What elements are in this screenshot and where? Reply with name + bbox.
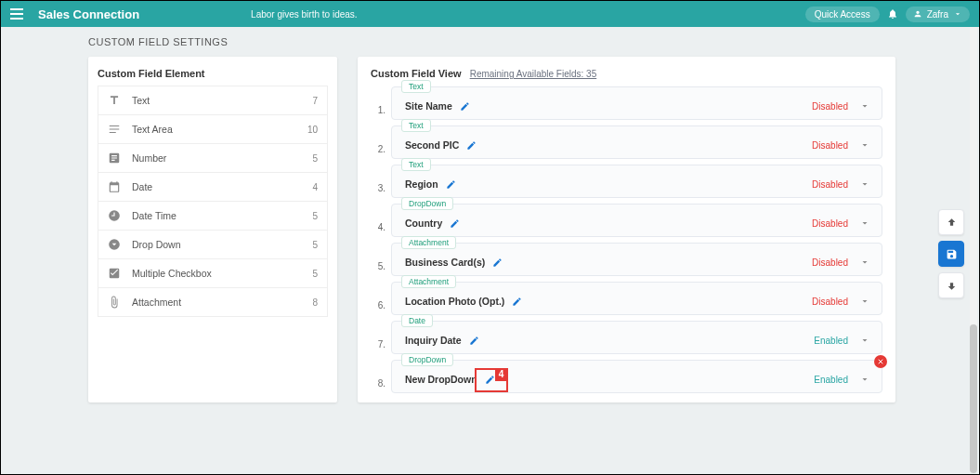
field-number: 7.: [371, 339, 385, 350]
field-card[interactable]: TextSite NameDisabled: [391, 86, 882, 120]
hamburger-menu-icon[interactable]: [10, 6, 27, 22]
custom-field-row: 8.DropDownNew DropDownEnabled: [371, 360, 882, 393]
field-element-row[interactable]: Text7: [98, 86, 328, 115]
checkbox-icon: [108, 267, 121, 280]
side-controls: [938, 209, 964, 298]
vertical-scrollbar[interactable]: [970, 27, 977, 472]
expand-field-icon[interactable]: [859, 374, 870, 385]
custom-field-row: 1.TextSite NameDisabled: [371, 86, 882, 120]
scrollbar-thumb[interactable]: [970, 324, 977, 473]
field-status: Disabled: [812, 218, 848, 229]
textarea-icon: [108, 123, 121, 136]
expand-field-icon[interactable]: [859, 257, 870, 268]
user-name: Zafra: [927, 9, 948, 20]
edit-field-icon[interactable]: [446, 179, 456, 190]
edit-field-icon[interactable]: [485, 375, 495, 385]
edit-field-icon[interactable]: [469, 336, 479, 346]
datetime-icon: [108, 209, 121, 222]
field-type-tag: DropDown: [401, 353, 453, 366]
expand-field-icon[interactable]: [859, 218, 870, 229]
text-icon: [108, 94, 121, 107]
expand-field-icon[interactable]: [859, 296, 870, 307]
field-number: 8.: [371, 378, 385, 389]
field-element-row[interactable]: Multiple Checkbox5: [98, 258, 328, 288]
field-element-row[interactable]: Attachment8: [98, 287, 328, 317]
field-status: Enabled: [814, 336, 848, 346]
field-name-label: Second PIC: [405, 139, 459, 151]
field-type-tag: Attachment: [401, 236, 456, 249]
field-element-label: Drop Down: [132, 239, 181, 250]
field-element-row[interactable]: Date Time5: [98, 201, 328, 231]
user-menu[interactable]: Zafra: [906, 7, 970, 22]
save-button[interactable]: [938, 241, 964, 267]
field-status: Disabled: [812, 179, 848, 190]
edit-field-icon[interactable]: [450, 218, 460, 229]
custom-field-view-panel: Custom Field View Remaining Available Fi…: [358, 57, 895, 402]
field-card[interactable]: DropDownNew DropDownEnabled: [391, 360, 882, 393]
field-element-count: 5: [312, 269, 318, 279]
remaining-fields-link[interactable]: Remaining Available Fields: 35: [470, 69, 597, 79]
move-up-button[interactable]: [938, 209, 964, 235]
field-element-count: 8: [312, 297, 318, 308]
field-number: 6.: [371, 300, 385, 310]
edit-field-icon[interactable]: [512, 297, 522, 307]
date-icon: [108, 180, 121, 193]
page-title: CUSTOM FIELD SETTINGS: [88, 36, 895, 47]
expand-field-icon[interactable]: [859, 100, 870, 112]
field-name-label: Business Card(s): [405, 257, 485, 268]
field-element-row[interactable]: Date4: [98, 172, 328, 202]
field-card[interactable]: TextRegionDisabled: [391, 165, 882, 198]
field-status: Disabled: [812, 101, 848, 112]
field-type-tag: Text: [401, 119, 431, 132]
field-status: Disabled: [812, 297, 848, 307]
field-element-label: Attachment: [132, 297, 181, 308]
tagline-text: Labor gives birth to ideas.: [251, 9, 358, 20]
field-card[interactable]: DropDownCountryDisabled: [391, 204, 882, 237]
field-element-row[interactable]: Drop Down5: [98, 230, 328, 259]
field-element-count: 5: [312, 153, 318, 164]
number-icon: [108, 152, 121, 165]
field-element-row[interactable]: Number5: [98, 143, 328, 173]
field-type-tag: Attachment: [401, 275, 456, 288]
quick-access-button[interactable]: Quick Access: [805, 7, 880, 22]
field-element-count: 10: [307, 125, 318, 135]
field-card[interactable]: AttachmentLocation Photo (Opt.)Disabled: [391, 282, 882, 315]
brand-title: Sales Connection: [38, 7, 139, 21]
expand-field-icon[interactable]: [859, 139, 870, 151]
field-element-count: 7: [312, 96, 318, 106]
expand-field-icon[interactable]: [859, 335, 870, 346]
field-status: Disabled: [812, 257, 848, 268]
custom-field-element-panel: Custom Field Element Text7Text Area10Num…: [88, 57, 337, 402]
expand-field-icon[interactable]: [859, 178, 870, 190]
field-name-label: Region: [405, 178, 438, 190]
field-number: 5.: [371, 261, 385, 271]
field-card[interactable]: TextSecond PICDisabled: [391, 125, 882, 159]
field-element-label: Date: [132, 181, 152, 192]
move-down-button[interactable]: [938, 272, 964, 298]
field-element-count: 5: [312, 240, 318, 250]
field-card[interactable]: DateInquiry DateEnabled: [391, 321, 882, 354]
field-name-label: Location Photo (Opt.): [405, 296, 504, 307]
delete-field-button[interactable]: [874, 355, 887, 368]
field-element-count: 4: [312, 182, 318, 192]
field-element-row[interactable]: Text Area10: [98, 114, 328, 144]
field-element-label: Multiple Checkbox: [132, 268, 212, 279]
edit-field-icon[interactable]: [492, 257, 503, 268]
field-type-tag: DropDown: [401, 197, 453, 210]
field-status: Enabled: [814, 375, 848, 385]
custom-field-row: 5.AttachmentBusiness Card(s)Disabled: [371, 243, 882, 276]
custom-field-row: 2.TextSecond PICDisabled: [371, 125, 882, 159]
field-type-tag: Text: [401, 80, 431, 93]
custom-field-row: 7.DateInquiry DateEnabled: [371, 321, 882, 354]
edit-field-icon[interactable]: [460, 101, 470, 112]
field-name-label: Site Name: [405, 100, 452, 112]
field-name-label: New DropDown: [405, 374, 477, 385]
main-content: CUSTOM FIELD SETTINGS Custom Field Eleme…: [1, 27, 979, 402]
edit-field-icon[interactable]: [466, 140, 477, 151]
app-header: Sales Connection Labor gives birth to id…: [1, 1, 979, 27]
custom-field-row: 4.DropDownCountryDisabled: [371, 204, 882, 237]
field-number: 4.: [371, 222, 385, 232]
field-card[interactable]: AttachmentBusiness Card(s)Disabled: [391, 243, 882, 276]
bell-icon[interactable]: [887, 8, 898, 20]
field-type-tag: Text: [401, 158, 431, 171]
